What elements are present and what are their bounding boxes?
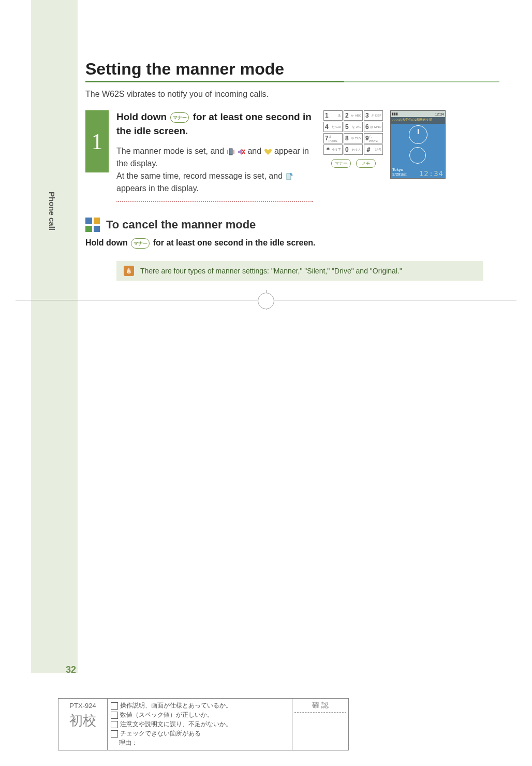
- proof-item: チェックできない箇所がある: [120, 729, 201, 738]
- manner-fn-key: マナー: [331, 159, 351, 168]
- location-label: Tokyo: [392, 167, 407, 172]
- step-body-a: The manner mode is set, and: [116, 147, 227, 155]
- key-9: 9ら WXYZ: [364, 133, 383, 143]
- key-7: 7ま PQRS: [323, 133, 343, 143]
- tip-text: There are four types of manner settings:…: [140, 267, 402, 275]
- tip-box: There are four types of manner settings:…: [116, 261, 483, 281]
- intro-text: The W62S vibrates to notify you of incom…: [85, 90, 499, 99]
- keypad-illustration: 1あ 2か ABC 3さ DEF 4た GHI 5な JKL 6は MNO 7ま…: [323, 110, 383, 166]
- subtext-b: for at least one second in the idle scre…: [153, 238, 316, 247]
- step-body: The manner mode is set, and and appear i…: [116, 145, 313, 202]
- subsection-heading: To cancel the manner mode: [106, 218, 256, 232]
- mute-icon: [237, 148, 245, 156]
- phone-screen-illustration: ▮▮▮ 12:34 ○○○○の大学生の2期放送を星 Tokyo 3/29Sat …: [390, 110, 446, 179]
- key-5: 5な JKL: [344, 122, 363, 132]
- checkbox[interactable]: [111, 712, 118, 719]
- key-6: 6は MNO: [364, 122, 383, 132]
- proof-item: 操作説明、画面が仕様とあっているか。: [120, 701, 232, 710]
- key-2: 2か ABC: [344, 110, 363, 121]
- vibrate-icon: [227, 148, 235, 156]
- subsection-text: Hold down マナー for at least one second in…: [85, 238, 499, 249]
- checkbox[interactable]: [111, 721, 118, 728]
- proof-item: 注意文や説明文に誤り、不足がないか。: [120, 720, 232, 729]
- section-marker-icon: [85, 218, 100, 232]
- heart-vibrate-icon: [264, 148, 272, 156]
- step-head-a: Hold down: [116, 111, 169, 122]
- proof-code: PTX-924: [60, 702, 106, 710]
- status-left: ▮▮▮: [392, 112, 398, 116]
- step-body-3: appears in the display.: [116, 184, 199, 193]
- page-number: 32: [66, 664, 76, 675]
- side-label: Phone call: [48, 192, 56, 230]
- checkbox[interactable]: [111, 730, 118, 738]
- clock-icon: [409, 125, 427, 144]
- proof-stage: 初校: [60, 712, 106, 730]
- manner-key-icon: マナー: [170, 112, 189, 123]
- key-star: ＊小文字: [323, 144, 343, 155]
- key-0: 0わをん: [344, 144, 363, 155]
- proof-confirm-label: 確 認: [294, 701, 346, 713]
- proof-item: 数値（スペック値）が正しいか。: [120, 711, 213, 719]
- subtext-a: Hold down: [85, 238, 130, 247]
- key-8: 8や TUV: [344, 133, 363, 143]
- step-heading: Hold down マナー for at least one second in…: [116, 110, 313, 138]
- date-label: 3/29Sat: [392, 172, 407, 177]
- clock-icon-2: [409, 147, 426, 164]
- time-label: 12:34: [419, 169, 444, 178]
- svg-point-7: [291, 174, 293, 176]
- page-title: Setting the manner mode: [85, 60, 499, 82]
- svg-rect-0: [229, 149, 232, 155]
- banner-text: ○○○○の大学生の2期放送を星: [391, 117, 445, 124]
- step-body-b: and: [247, 147, 263, 155]
- step-number: 1: [85, 110, 109, 172]
- proof-box: PTX-924 初校 操作説明、画面が仕様とあっているか。 数値（スペック値）が…: [58, 698, 349, 750]
- key-3: 3さ DEF: [364, 110, 383, 121]
- status-right: 12:34: [435, 112, 444, 116]
- proof-item: 理由：: [119, 739, 138, 747]
- memo-fn-key: メモ: [356, 159, 376, 168]
- record-msg-icon: [285, 172, 293, 181]
- side-band: [31, 0, 78, 673]
- tip-hand-icon: [124, 266, 134, 276]
- key-1: 1あ: [323, 110, 343, 121]
- manner-key-icon-2: マナー: [131, 238, 150, 249]
- checkbox[interactable]: [111, 702, 118, 710]
- step-body-2: At the same time, record message is set,…: [116, 171, 285, 180]
- crop-mark-circle: [258, 293, 274, 309]
- key-4: 4た GHI: [323, 122, 343, 132]
- key-hash: ＃記号: [364, 144, 383, 155]
